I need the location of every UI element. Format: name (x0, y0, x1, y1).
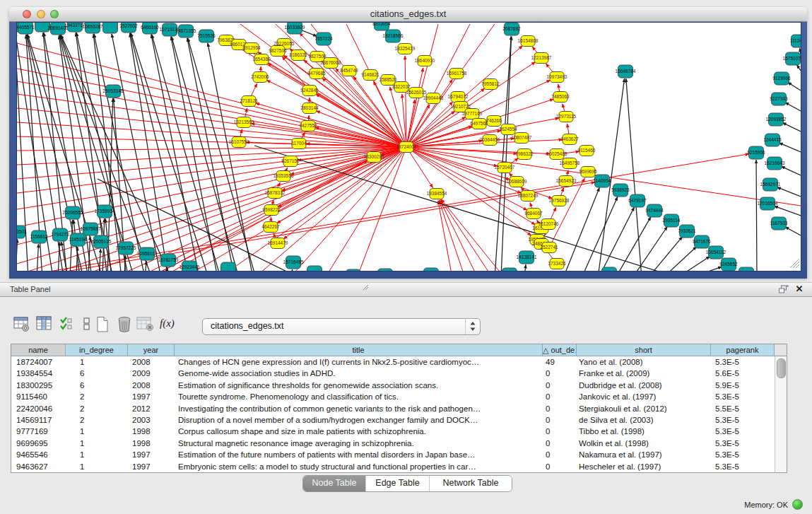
graph-node-label: 1145194 (69, 237, 87, 242)
cell-in_degree: 6 (66, 380, 128, 391)
table-settings-button[interactable] (13, 316, 30, 332)
graph-node-label: 1527602 (119, 23, 138, 28)
cell-pagerank: 5.3E-5 (711, 414, 775, 426)
new-file-button[interactable] (95, 316, 110, 333)
close-panel-icon[interactable]: ✕ (794, 284, 804, 294)
graph-node-label: 8322037 (392, 84, 411, 89)
cell-short: Franke et al. (2009) (577, 368, 711, 379)
graph-node[interactable] (739, 267, 754, 271)
cell-name: 18300295 (11, 380, 66, 391)
cell-in_degree: 2 (66, 391, 128, 402)
graph-node-label: 9427552 (299, 123, 317, 128)
select-rows-button[interactable] (59, 316, 73, 332)
network-window: citations_edges.txt 18724007183002951938… (9, 7, 807, 279)
graph-node-label: 2718126 (240, 98, 258, 103)
delete-table-button-disabled[interactable] (136, 316, 155, 332)
graph-node-label: 13213563 (234, 119, 254, 124)
graph-node-label: 19904448 (423, 95, 444, 100)
cell-short: Tibbo et al. (1998) (577, 426, 711, 437)
network-canvas[interactable]: 1872400718300295193845547963822986012889… (17, 23, 801, 271)
function-builder-button[interactable]: f(x) (160, 317, 175, 329)
tab-node-table[interactable]: Node Table (303, 476, 366, 491)
table-row[interactable]: 969969511998Structural magnetic resonanc… (11, 438, 787, 449)
show-columns-button[interactable] (36, 316, 53, 332)
graph-node-label: 9146821 (361, 72, 379, 77)
row-height-button[interactable] (82, 316, 92, 332)
graph-node-label: 10973493 (547, 74, 567, 79)
table-row[interactable]: 946554611997Estimation of the future num… (11, 449, 787, 460)
table-row[interactable]: 946362711997Embryonic stem cells: a mode… (11, 461, 787, 472)
scrollbar-thumb[interactable] (777, 358, 786, 378)
window-titlebar[interactable]: citations_edges.txt (9, 7, 807, 22)
graph-node-label: 16914479 (268, 240, 288, 245)
table-row[interactable]: 2242004622012Investigating the contribut… (11, 403, 787, 414)
graph-node-label: 1794273 (51, 232, 69, 237)
dropdown-stepper-icon (465, 319, 480, 334)
table-row[interactable]: 977716911998Corpus callosum shape and si… (11, 426, 787, 437)
graph-node-label: 15692971 (760, 182, 781, 187)
column-header-pagerank[interactable]: pagerank (711, 344, 775, 356)
column-header-title[interactable]: title (175, 344, 543, 356)
column-header-short[interactable]: short (577, 344, 711, 356)
tab-edge-table[interactable]: Edge Table (366, 476, 430, 491)
table-row[interactable]: 1830029562008Estimation of significance … (11, 380, 787, 391)
graph-node[interactable] (602, 267, 617, 271)
cell-in_degree: 2 (66, 414, 128, 426)
table-row[interactable]: 1938455462009Genome-wide association stu… (11, 368, 787, 379)
cell-out_de: 0 (543, 414, 577, 426)
graph-node-label: 16648784 (616, 69, 636, 74)
graph-node-label: 23676068 (321, 60, 341, 65)
graph-node-label: 2803144 (300, 105, 319, 110)
cell-year: 2012 (128, 403, 175, 414)
cell-in_degree: 1 (66, 461, 128, 472)
split-grip-icon[interactable] (363, 284, 370, 291)
graph-node-label: 9827508 (308, 54, 326, 59)
cell-title: Changes of HCN gene expression and I(f) … (175, 356, 543, 368)
cell-short: Wolkin et al. (1998) (577, 438, 711, 449)
delete-button[interactable] (117, 316, 134, 333)
graph-node-label: 8215956 (747, 150, 765, 155)
table-row[interactable]: 1456911722003Disruption of a novel membe… (11, 414, 787, 426)
canvas-resize-grip[interactable] (790, 259, 799, 268)
cell-out_de: 0 (543, 449, 577, 460)
float-panel-icon[interactable] (778, 285, 789, 294)
graph-node-label: 18807249 (518, 193, 539, 198)
table-row[interactable]: 1872400712008Changes of HCN gene express… (11, 356, 787, 368)
graph-node-label: 20364456 (480, 137, 500, 142)
cell-pagerank: 5.5E-5 (711, 403, 775, 414)
graph-node-label: 8912954 (242, 45, 261, 50)
cell-pagerank: 5.9E-5 (711, 380, 775, 391)
table-row[interactable]: 911546021997Tourette syndrome. Phenomeno… (11, 391, 787, 402)
column-header-in_degree[interactable]: in_degree (66, 344, 128, 356)
cell-name: 9115460 (11, 391, 66, 402)
cell-title: Structural magnetic resonance image aver… (175, 438, 543, 449)
graph-node-label: 2143501 (17, 229, 27, 234)
vertical-scrollbar[interactable] (775, 356, 787, 472)
graph-node[interactable] (502, 268, 517, 271)
graph-node-label: 15626015 (406, 90, 427, 95)
graph-node-label: 10654112 (706, 250, 726, 255)
cell-title: Corpus callosum shape and size in male p… (175, 426, 543, 437)
graph-node[interactable] (221, 262, 236, 271)
memory-ok-indicator[interactable] (792, 499, 803, 510)
graph-node[interactable] (424, 268, 439, 271)
graph-node-label: 16210643 (765, 160, 785, 165)
graph-node-label: 16154808 (518, 38, 539, 43)
cell-in_degree: 1 (66, 426, 128, 437)
graph-node-label: 3624554 (499, 127, 517, 132)
cell-out_de: 0 (543, 380, 577, 391)
graph-node-label: 16033809 (285, 25, 305, 30)
cell-year: 2008 (128, 380, 175, 391)
cell-pagerank: 5.3E-5 (711, 461, 775, 472)
graph-node-label: 9245652 (719, 262, 738, 267)
graph-node[interactable] (307, 266, 322, 271)
graph-node[interactable] (103, 23, 118, 33)
column-header-name[interactable]: name (11, 344, 66, 356)
graph-node[interactable] (346, 269, 361, 271)
cell-year: 1997 (128, 449, 175, 460)
column-header-out_de[interactable]: △ out_de… (543, 344, 577, 356)
tab-network-table[interactable]: Network Table (430, 476, 512, 491)
graph-node[interactable] (378, 269, 393, 271)
column-header-year[interactable]: year (128, 344, 175, 356)
table-selector-dropdown[interactable]: citations_edges.txt (202, 318, 481, 335)
